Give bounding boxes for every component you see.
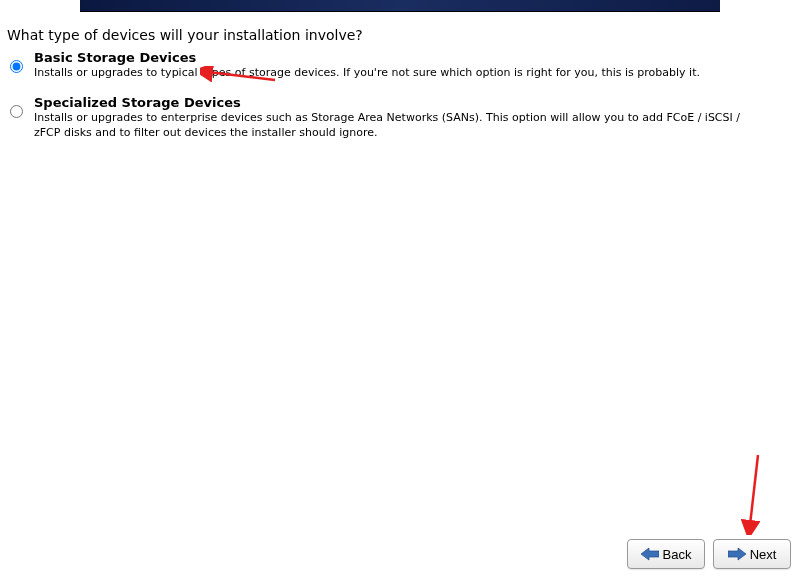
option-title: Specialized Storage Devices bbox=[34, 95, 769, 110]
next-button[interactable]: Next bbox=[713, 539, 791, 569]
option-title: Basic Storage Devices bbox=[34, 50, 700, 65]
option-specialized-storage[interactable]: Specialized Storage Devices Installs or … bbox=[10, 95, 789, 141]
radio-basic-storage[interactable] bbox=[10, 60, 23, 73]
option-basic-storage[interactable]: Basic Storage Devices Installs or upgrad… bbox=[10, 50, 789, 81]
svg-marker-5 bbox=[728, 548, 746, 560]
annotation-arrow-icon bbox=[740, 450, 770, 535]
next-button-label: Next bbox=[750, 547, 777, 562]
radio-specialized-storage[interactable] bbox=[10, 105, 23, 118]
header-banner bbox=[80, 0, 720, 12]
back-button-label: Back bbox=[663, 547, 692, 562]
footer-buttons: Back Next bbox=[627, 539, 791, 569]
back-button[interactable]: Back bbox=[627, 539, 705, 569]
option-description: Installs or upgrades to enterprise devic… bbox=[34, 111, 769, 141]
question-text: What type of devices will your installat… bbox=[7, 27, 363, 43]
svg-marker-4 bbox=[641, 548, 659, 560]
option-description: Installs or upgrades to typical types of… bbox=[34, 66, 700, 81]
arrow-left-icon bbox=[641, 547, 659, 561]
storage-options: Basic Storage Devices Installs or upgrad… bbox=[10, 50, 789, 155]
svg-line-3 bbox=[750, 455, 758, 525]
arrow-right-icon bbox=[728, 547, 746, 561]
